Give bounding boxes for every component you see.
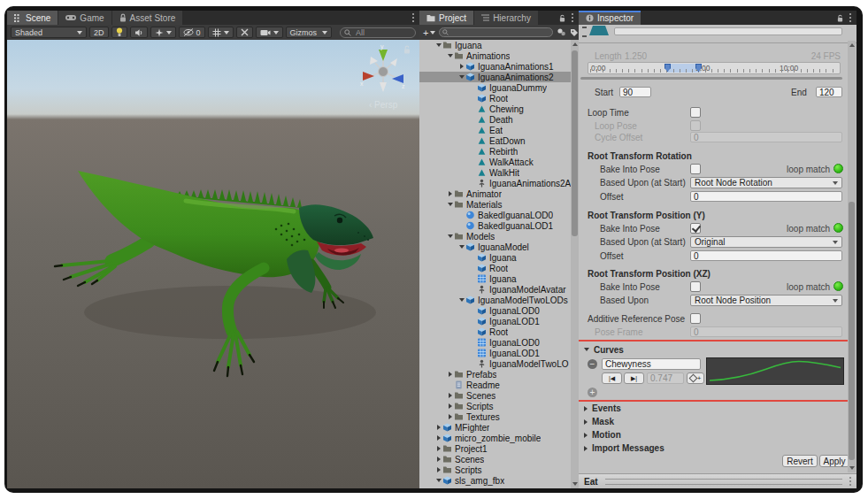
rotation-offset-input[interactable] bbox=[690, 191, 842, 202]
effects-dropdown-button[interactable] bbox=[150, 27, 176, 38]
prev-key-button[interactable]: |◀ bbox=[602, 372, 622, 384]
shading-mode-dropdown[interactable]: Shaded bbox=[11, 27, 87, 38]
scene-search-field[interactable] bbox=[340, 27, 416, 38]
create-asset-button[interactable]: + bbox=[423, 27, 435, 38]
scene-viewport[interactable]: y x z ‹ Persp bbox=[7, 40, 419, 488]
tree-expander-icon[interactable] bbox=[434, 467, 442, 472]
project-tree-item[interactable]: Textures bbox=[419, 411, 571, 422]
tree-expander-icon[interactable] bbox=[434, 457, 442, 462]
scene-visibility-button[interactable]: 0 bbox=[179, 27, 205, 38]
bake-position-y-checkbox[interactable] bbox=[690, 223, 701, 234]
project-tree-item[interactable]: Eat bbox=[419, 125, 571, 135]
tree-expander-icon[interactable] bbox=[434, 446, 442, 451]
project-tree-item[interactable]: Animations bbox=[419, 50, 571, 61]
panel-lock-icon[interactable] bbox=[559, 14, 565, 22]
project-tree-item[interactable]: Animator bbox=[419, 188, 571, 199]
position-y-based-upon-dropdown[interactable]: Original bbox=[690, 236, 842, 248]
tree-expander-icon[interactable] bbox=[446, 403, 454, 409]
tab-hierarchy[interactable]: Hierarchy bbox=[474, 11, 538, 25]
project-tree-item[interactable]: Scripts bbox=[419, 464, 571, 475]
rotation-based-upon-dropdown[interactable]: Root Node Rotation bbox=[690, 177, 842, 188]
project-scrollbar[interactable] bbox=[571, 40, 579, 488]
tab-inspector[interactable]: Inspector bbox=[579, 11, 641, 25]
project-tree-item[interactable]: Project1 bbox=[419, 443, 571, 454]
project-tree-item[interactable]: Iguana bbox=[419, 40, 571, 50]
tab-asset-store[interactable]: Asset Store bbox=[112, 11, 183, 25]
camera-settings-button[interactable] bbox=[256, 27, 283, 38]
project-tree-item[interactable]: Scenes bbox=[419, 454, 571, 464]
tree-expander-icon[interactable] bbox=[434, 479, 442, 482]
project-menu-kebab-icon[interactable] bbox=[572, 17, 573, 19]
preview-menu-kebab-icon[interactable] bbox=[849, 480, 851, 482]
project-tree-item[interactable]: Rebirth bbox=[419, 146, 571, 157]
panel-lock-icon[interactable] bbox=[837, 14, 843, 22]
iguana-model[interactable] bbox=[53, 164, 407, 403]
next-key-button[interactable]: ▶| bbox=[624, 372, 644, 384]
position-y-offset-input[interactable] bbox=[690, 250, 842, 261]
collab-filter-icon[interactable] bbox=[557, 27, 566, 37]
scene-menu-kebab-icon[interactable] bbox=[412, 17, 414, 19]
bake-rotation-checkbox[interactable] bbox=[690, 164, 701, 174]
inspector-scrollbar[interactable] bbox=[848, 41, 856, 472]
label-filter-icon[interactable] bbox=[570, 28, 579, 37]
grid-settings-button[interactable] bbox=[208, 27, 234, 38]
tree-expander-icon[interactable] bbox=[457, 245, 465, 249]
project-tree-item[interactable]: IguanaModel bbox=[419, 242, 571, 252]
project-tree-item[interactable]: Scripts bbox=[419, 401, 571, 411]
project-search-field[interactable] bbox=[439, 27, 553, 37]
2d-toggle-button[interactable]: 2D bbox=[89, 27, 109, 38]
project-tree-item[interactable]: Prefabs bbox=[419, 369, 571, 380]
bake-position-xz-checkbox[interactable] bbox=[690, 281, 701, 292]
project-tree-item[interactable]: Readme bbox=[419, 380, 571, 390]
project-tree-item[interactable]: Root bbox=[419, 93, 571, 104]
project-tree-item[interactable]: WalkHit bbox=[419, 167, 571, 178]
project-tree-item[interactable]: Root bbox=[419, 326, 571, 337]
project-tree-item[interactable]: Scenes bbox=[419, 390, 571, 401]
clip-name-field[interactable] bbox=[614, 27, 842, 35]
curves-foldout[interactable]: Curves bbox=[584, 344, 624, 355]
project-tree-item[interactable]: IguanaLOD0 bbox=[419, 337, 571, 348]
project-tree-item[interactable]: Iguana bbox=[419, 273, 571, 284]
tree-expander-icon[interactable] bbox=[434, 435, 442, 441]
project-tree-item[interactable]: Chewing bbox=[419, 104, 571, 114]
project-tree-item[interactable]: IguanaLOD1 bbox=[419, 348, 571, 358]
project-tree-item[interactable]: IguanaDummy bbox=[419, 82, 571, 93]
project-tree-item[interactable]: Materials bbox=[419, 199, 571, 210]
remove-curve-button[interactable]: − bbox=[588, 359, 597, 369]
project-tree-item[interactable]: BakedIguanaLOD0 bbox=[419, 210, 571, 220]
foldout-motion[interactable]: Motion bbox=[579, 428, 856, 441]
tab-scene[interactable]: Scene bbox=[7, 11, 58, 25]
scene-orientation-gizmo[interactable]: y x z bbox=[359, 44, 407, 96]
tool-settings-button[interactable] bbox=[236, 27, 253, 38]
tab-project[interactable]: Project bbox=[419, 11, 473, 25]
tree-expander-icon[interactable] bbox=[446, 414, 454, 419]
project-tree-item[interactable]: WalkAttack bbox=[419, 157, 571, 167]
project-tree-item[interactable]: Root bbox=[419, 263, 571, 273]
clip-range-ruler[interactable]: 0:00 5:00 10:00 bbox=[588, 62, 841, 74]
tree-expander-icon[interactable] bbox=[446, 372, 454, 377]
project-tree-item[interactable]: IguanaLOD1 bbox=[419, 316, 571, 326]
curve-name-input[interactable] bbox=[602, 358, 701, 370]
tree-expander-icon[interactable] bbox=[446, 54, 454, 58]
add-curve-button[interactable]: + bbox=[588, 388, 597, 397]
scene-search-input[interactable] bbox=[354, 27, 411, 38]
tab-game[interactable]: Game bbox=[58, 11, 111, 25]
tree-expander-icon[interactable] bbox=[457, 64, 465, 69]
tree-expander-icon[interactable] bbox=[434, 425, 442, 430]
foldout-import-messages[interactable]: Import Messages bbox=[579, 441, 856, 455]
additive-reference-pose-checkbox[interactable] bbox=[690, 313, 701, 324]
audio-toggle-button[interactable] bbox=[130, 27, 148, 38]
inspector-menu-kebab-icon[interactable] bbox=[849, 17, 851, 19]
project-tree-item[interactable]: sls_amg_fbx bbox=[419, 475, 571, 486]
tree-expander-icon[interactable] bbox=[446, 191, 454, 196]
project-tree-item[interactable]: Iguana bbox=[419, 252, 571, 263]
project-tree-item[interactable]: IguanaModelTwoLO bbox=[419, 358, 571, 369]
view-lock-icon[interactable] bbox=[403, 45, 411, 54]
apply-button[interactable]: Apply bbox=[819, 455, 849, 467]
project-tree-item[interactable]: IguanaLOD0 bbox=[419, 305, 571, 316]
project-tree-item[interactable]: IguanaAnimations1 bbox=[419, 61, 571, 72]
tree-expander-icon[interactable] bbox=[457, 298, 465, 302]
tree-expander-icon[interactable] bbox=[457, 75, 465, 79]
project-tree-item[interactable]: IguanaModelTwoLODs bbox=[419, 295, 571, 305]
projection-mode-label[interactable]: ‹ Persp bbox=[369, 100, 397, 110]
